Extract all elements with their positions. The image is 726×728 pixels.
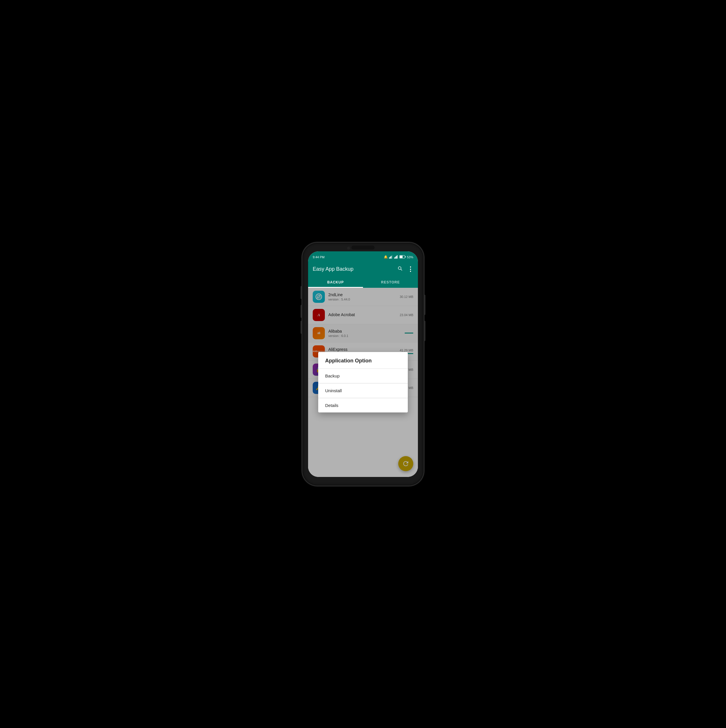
search-button[interactable] — [397, 266, 403, 272]
dialog-option-uninstall[interactable]: Uninstall — [318, 384, 408, 398]
svg-rect-1 — [390, 257, 391, 258]
svg-rect-7 — [397, 255, 398, 258]
dialog-option-backup[interactable]: Backup — [318, 369, 408, 383]
tab-bar: BACKUP RESTORE — [308, 277, 418, 288]
battery-percent: 53% — [407, 255, 413, 259]
svg-rect-2 — [391, 256, 392, 258]
svg-rect-10 — [400, 256, 403, 258]
toolbar-actions: ⋮ — [397, 266, 413, 272]
tab-restore[interactable]: RESTORE — [363, 277, 418, 288]
dialog-title: Application Option — [318, 352, 408, 369]
status-bar: 9:44 PM 🔔 — [308, 251, 418, 262]
svg-rect-9 — [405, 256, 406, 257]
svg-rect-3 — [392, 255, 392, 258]
svg-line-12 — [401, 269, 402, 271]
more-options-button[interactable]: ⋮ — [407, 266, 413, 272]
status-icons: 🔔 — [384, 255, 413, 259]
phone-screen: 9:44 PM 🔔 — [308, 251, 418, 477]
app-toolbar: Easy App Backup ⋮ — [308, 262, 418, 277]
phone-speaker — [351, 246, 375, 249]
dialog-option-details[interactable]: Details — [318, 398, 408, 413]
status-time: 9:44 PM — [313, 255, 325, 259]
tab-backup[interactable]: BACKUP — [308, 277, 363, 288]
wifi-signal-icon — [394, 255, 398, 259]
application-option-dialog: Application Option Backup Uninstall Deta… — [318, 352, 408, 413]
signal-icon — [389, 255, 393, 259]
svg-rect-4 — [394, 257, 395, 258]
svg-rect-5 — [395, 257, 396, 258]
phone-camera — [347, 247, 350, 249]
dialog-overlay[interactable]: Application Option Backup Uninstall Deta… — [308, 288, 418, 477]
app-list: 2ndLine version : 5.44.0 30.12 MB A Adob… — [308, 288, 418, 477]
app-title: Easy App Backup — [313, 266, 397, 272]
battery-icon — [400, 255, 406, 259]
alarm-icon: 🔔 — [384, 255, 388, 259]
svg-rect-0 — [389, 257, 390, 258]
phone-device: 9:44 PM 🔔 — [302, 243, 424, 486]
svg-rect-6 — [396, 256, 397, 258]
